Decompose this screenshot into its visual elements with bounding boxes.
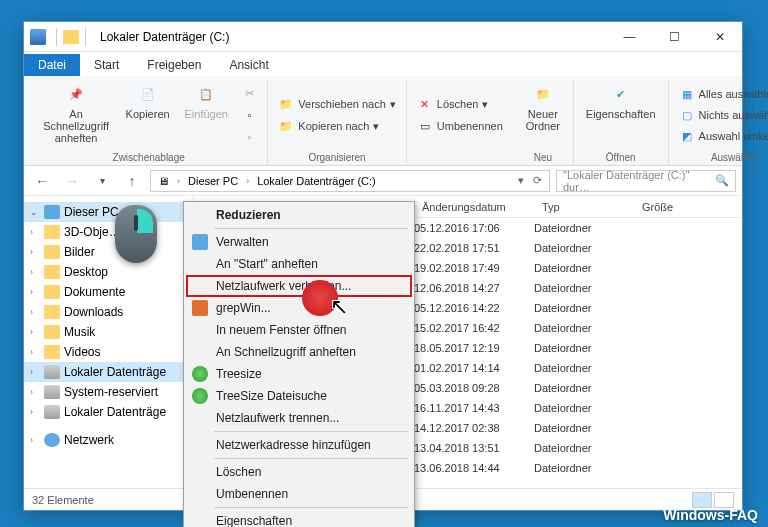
ctx-reduce[interactable]: Reduzieren — [186, 204, 412, 226]
ctx-treesize[interactable]: Treesize — [186, 363, 412, 385]
window-controls: — ☐ ✕ — [607, 22, 742, 51]
breadcrumb[interactable]: 🖥› Dieser PC› Lokaler Datenträger (C:) ▾… — [150, 170, 550, 192]
copy-to-button[interactable]: 📁Kopieren nach ▾ — [274, 116, 399, 136]
copy-path-button[interactable]: ▫ — [237, 105, 261, 125]
tree-system-reserved[interactable]: ›System-reserviert — [24, 382, 193, 402]
separator — [214, 431, 408, 432]
tree-item[interactable]: ›Downloads — [24, 302, 193, 322]
ribbon-group-organize2: ✕Löschen ▾ ▭Umbenennen — [407, 80, 513, 165]
ctx-pin-start[interactable]: An "Start" anheften — [186, 253, 412, 275]
col-date[interactable]: Änderungsdatum — [414, 201, 534, 213]
nav-recent-button[interactable]: ▾ — [90, 169, 114, 193]
col-type[interactable]: Typ — [534, 201, 634, 213]
maximize-button[interactable]: ☐ — [652, 22, 697, 51]
ctx-disconnect-drive[interactable]: Netzlaufwerk trennen... — [186, 407, 412, 429]
paste-link-button[interactable]: ▫ — [237, 127, 261, 147]
separator — [56, 28, 57, 46]
tree-item[interactable]: ›3D-Obje… — [24, 222, 193, 242]
app-icon — [30, 29, 46, 45]
tree-item[interactable]: ›Bilder — [24, 242, 193, 262]
tree-item[interactable]: ›Desktop — [24, 262, 193, 282]
paste-button[interactable]: 📋Einfügen — [179, 80, 233, 150]
ribbon-group-organize: 📁Verschieben nach ▾ 📁Kopieren nach ▾ Org… — [268, 80, 406, 165]
separator — [85, 28, 86, 46]
tree-item[interactable]: ›Dokumente — [24, 282, 193, 302]
group-label: Öffnen — [606, 150, 636, 165]
ctx-pin-quickaccess[interactable]: An Schnellzugriff anheften — [186, 341, 412, 363]
titlebar[interactable]: Lokaler Datenträger (C:) — ☐ ✕ — [24, 22, 742, 52]
view-details-button[interactable] — [692, 492, 712, 508]
ribbon-group-select: ▦Alles auswählen ▢Nichts auswählen ◩Ausw… — [669, 80, 768, 165]
pc-icon: 🖥 — [155, 175, 172, 187]
group-label: Zwischenablage — [113, 150, 185, 165]
folder-icon — [44, 305, 60, 319]
view-icons-button[interactable] — [714, 492, 734, 508]
select-all-button[interactable]: ▦Alles auswählen — [675, 84, 768, 104]
search-box[interactable]: "Lokaler Datenträger (C:)" dur…🔍 — [556, 170, 736, 192]
invert-icon: ◩ — [679, 128, 695, 144]
cursor-icon: ↖ — [330, 294, 348, 320]
folder-icon — [44, 245, 60, 259]
separator — [214, 458, 408, 459]
tree-item[interactable]: ›Musik — [24, 322, 193, 342]
ctx-add-network-address[interactable]: Netzwerkadresse hinzufügen — [186, 434, 412, 456]
rename-icon: ▭ — [417, 118, 433, 134]
tab-file[interactable]: Datei — [24, 54, 80, 76]
separator — [214, 507, 408, 508]
ctx-rename[interactable]: Umbenennen — [186, 483, 412, 505]
network-icon — [44, 433, 60, 447]
move-to-button[interactable]: 📁Verschieben nach ▾ — [274, 94, 399, 114]
close-button[interactable]: ✕ — [697, 22, 742, 51]
nav-forward-button[interactable]: → — [60, 169, 84, 193]
manage-icon — [192, 234, 208, 250]
ctx-delete[interactable]: Löschen — [186, 461, 412, 483]
new-folder-button[interactable]: 📁Neuer Ordner — [519, 80, 567, 150]
properties-button[interactable]: ✔Eigenschaften — [580, 80, 662, 150]
tree-network[interactable]: ›Netzwerk — [24, 430, 193, 450]
mouse-rightclick-badge — [115, 205, 157, 263]
separator — [214, 228, 408, 229]
move-icon: 📁 — [278, 96, 294, 112]
copy-button[interactable]: 📄Kopieren — [120, 80, 175, 150]
nav-back-button[interactable]: ← — [30, 169, 54, 193]
folder-icon — [44, 285, 60, 299]
tree-local-drive[interactable]: ›Lokaler Datenträge — [24, 362, 193, 382]
rename-button[interactable]: ▭Umbenennen — [413, 116, 507, 136]
tab-start[interactable]: Start — [80, 54, 133, 76]
select-none-button[interactable]: ▢Nichts auswählen — [675, 105, 768, 125]
copy-icon: 📄 — [136, 82, 160, 106]
drive-icon — [44, 385, 60, 399]
invert-selection-button[interactable]: ◩Auswahl umkehren — [675, 126, 768, 146]
tab-share[interactable]: Freigeben — [133, 54, 215, 76]
delete-button[interactable]: ✕Löschen ▾ — [413, 94, 507, 114]
navigation-tree[interactable]: ⌄Dieser PC ›3D-Obje… ›Bilder ›Desktop ›D… — [24, 196, 194, 488]
ctx-manage[interactable]: Verwalten — [186, 231, 412, 253]
ctx-grepwin[interactable]: grepWin... — [186, 297, 412, 319]
col-size[interactable]: Größe — [634, 201, 694, 213]
ribbon-tabs: Datei Start Freigeben Ansicht — [24, 52, 742, 76]
tree-local-drive-2[interactable]: ›Lokaler Datenträge — [24, 402, 193, 422]
selectall-icon: ▦ — [679, 86, 695, 102]
pin-quickaccess-button[interactable]: 📌An Schnellzugriff anheften — [36, 80, 116, 150]
breadcrumb-drive[interactable]: Lokaler Datenträger (C:) — [254, 175, 379, 187]
path-icon: ▫ — [241, 107, 257, 123]
tree-item[interactable]: ›Videos — [24, 342, 193, 362]
minimize-button[interactable]: — — [607, 22, 652, 51]
ctx-treesize-search[interactable]: TreeSize Dateisuche — [186, 385, 412, 407]
nav-up-button[interactable]: ↑ — [120, 169, 144, 193]
tree-this-pc[interactable]: ⌄Dieser PC — [24, 202, 193, 222]
ctx-new-window[interactable]: In neuem Fenster öffnen — [186, 319, 412, 341]
view-switcher — [692, 492, 734, 508]
ctx-properties[interactable]: Eigenschaften — [186, 510, 412, 527]
breadcrumb-pc[interactable]: Dieser PC — [185, 175, 241, 187]
group-label: Auswählen — [711, 150, 760, 165]
watermark: Windows-FAQ — [663, 507, 758, 523]
tab-view[interactable]: Ansicht — [215, 54, 282, 76]
ctx-map-network-drive[interactable]: Netzlaufwerk verbinden... — [186, 275, 412, 297]
link-icon: ▫ — [241, 129, 257, 145]
pin-icon: 📌 — [64, 82, 88, 106]
treesize-icon — [192, 366, 208, 382]
cut-button[interactable]: ✂ — [237, 83, 261, 103]
address-bar: ← → ▾ ↑ 🖥› Dieser PC› Lokaler Datenträge… — [24, 166, 742, 196]
group-label: Organisieren — [308, 150, 365, 165]
